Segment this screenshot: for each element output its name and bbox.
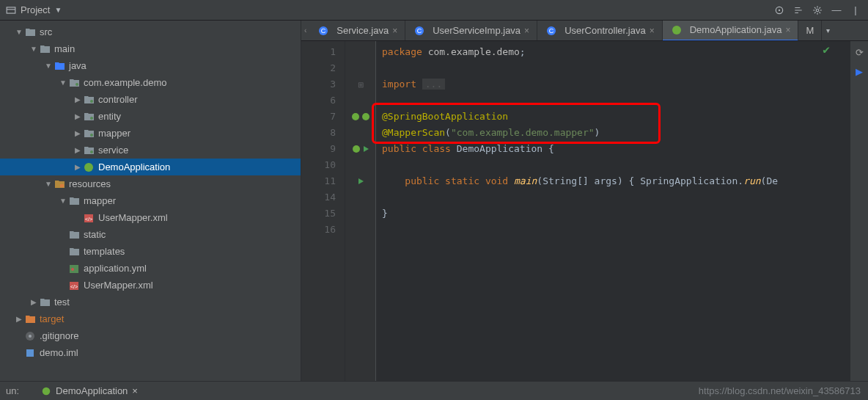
tree-label: resources	[69, 178, 111, 189]
editor-right-bar: ⟳ ▶	[850, 41, 868, 381]
code-editor[interactable]: ✔ package com.example.demo; import ... @…	[376, 41, 850, 381]
expand-arrow-icon[interactable]	[15, 28, 23, 36]
tab-demoapplication-java[interactable]: DemoApplication.java×	[663, 21, 799, 41]
tree-label: controller	[98, 94, 137, 105]
package-path: com.example.demo	[428, 46, 520, 57]
svg-rect-14	[70, 265, 78, 273]
tree-node-java[interactable]: java	[0, 57, 301, 74]
tree-label: static	[84, 229, 106, 240]
project-title-label: Project	[21, 4, 50, 15]
tab-service-java[interactable]: CService.java×	[309, 21, 405, 41]
svg-text:C: C	[321, 27, 326, 34]
close-icon[interactable]: ×	[785, 25, 790, 35]
tree-label: templates	[84, 246, 125, 257]
check-icon: ✔	[823, 43, 830, 57]
tree-label: service	[98, 145, 128, 156]
close-icon[interactable]: ×	[392, 26, 397, 36]
tree-node-templates[interactable]: templates	[0, 243, 301, 260]
svg-point-5	[76, 83, 78, 86]
folder-gray-icon	[38, 297, 51, 308]
method-call: run	[743, 175, 760, 186]
tree-node-resources[interactable]: resources	[0, 175, 301, 192]
expand-arrow-icon[interactable]	[59, 79, 67, 87]
project-icon	[6, 5, 16, 15]
tree-node-usermapper-xml[interactable]: </>UserMapper.xml	[0, 277, 301, 294]
tab-usercontroller-java[interactable]: CUserController.java×	[537, 21, 663, 41]
expand-arrow-icon[interactable]	[29, 298, 38, 306]
keyword: import	[382, 79, 422, 90]
expand-arrow-icon[interactable]	[44, 62, 53, 70]
line-number: 11	[301, 173, 345, 189]
expand-arrow-icon[interactable]	[73, 163, 82, 171]
tree-node-usermapper-xml[interactable]: </>UserMapper.xml	[0, 209, 301, 226]
svg-point-27	[672, 26, 681, 34]
tree-node-src[interactable]: src	[0, 23, 301, 40]
close-icon[interactable]: ×	[650, 26, 655, 36]
sort-icon[interactable]	[792, 4, 805, 17]
expand-arrow-icon[interactable]	[73, 95, 82, 103]
tree-node-mapper[interactable]: mapper	[0, 125, 301, 142]
tree-node-application-yml[interactable]: application.yml	[0, 260, 301, 277]
line-number: 15	[301, 206, 345, 222]
tree-label: UserMapper.xml	[84, 280, 153, 291]
tree-node-mapper[interactable]: mapper	[0, 192, 301, 209]
expand-arrow-icon[interactable]	[29, 45, 38, 53]
tree-node-demo-iml[interactable]: demo.iml	[0, 344, 301, 361]
tree-node-controller[interactable]: controller	[0, 91, 301, 108]
tree-node-com-example-demo[interactable]: com.example.demo	[0, 74, 301, 91]
tree-node-service[interactable]: service	[0, 142, 301, 159]
watermark-text: https://blog.csdn.net/weixin_43586713	[699, 385, 861, 396]
line-number: 6	[301, 92, 345, 109]
svg-point-29	[362, 113, 369, 120]
tree-label: mapper	[84, 195, 116, 206]
xml-icon: </>	[82, 212, 95, 224]
run-tab-label: DemoApplication	[56, 385, 128, 396]
tree-node--gitignore[interactable]: .gitignore	[0, 327, 301, 344]
close-icon[interactable]: ×	[132, 385, 138, 396]
tree-label: main	[54, 43, 75, 54]
dropdown-triangle-icon: ▼	[54, 6, 62, 14]
tab-label: DemoApplication.java	[690, 24, 782, 35]
expand-arrow-icon[interactable]	[73, 112, 82, 120]
refresh-icon[interactable]: ⟳	[853, 46, 866, 59]
svg-point-6	[90, 100, 93, 103]
project-tree-panel: srcmainjavacom.example.democontrollerent…	[0, 21, 301, 381]
folded-imports[interactable]: ...	[422, 79, 445, 90]
folder-orange-icon	[23, 313, 37, 325]
tab-overflow-icon[interactable]: ‹	[301, 26, 309, 34]
tree-node-test[interactable]: test	[0, 294, 301, 310]
java-icon: C	[317, 25, 330, 37]
expand-arrow-icon[interactable]	[44, 180, 53, 188]
expand-arrow-icon[interactable]	[73, 146, 82, 154]
project-tree[interactable]: srcmainjavacom.example.democontrollerent…	[0, 21, 301, 364]
gutter-run-icon[interactable]	[345, 173, 375, 189]
status-bar: un: DemoApplication × https://blog.csdn.…	[0, 381, 868, 400]
tab-userserviceimp-java[interactable]: CUserServiceImp.java×	[405, 21, 537, 41]
expand-arrow-icon[interactable]	[15, 315, 23, 323]
settings-gear-icon[interactable]	[811, 4, 824, 17]
tree-node-static[interactable]: static	[0, 226, 301, 243]
line-number: 9	[301, 141, 345, 157]
project-title-dropdown[interactable]: Project ▼	[6, 4, 62, 15]
tree-node-demoapplication[interactable]: DemoApplication	[0, 159, 301, 175]
expand-arrow-icon[interactable]	[59, 197, 67, 205]
target-icon[interactable]	[773, 4, 786, 17]
bean-leaf-icon	[352, 145, 361, 153]
svg-point-30	[353, 145, 360, 153]
folder-blue-icon	[53, 60, 66, 72]
tab-dropdown-icon[interactable]: ▾	[822, 26, 834, 34]
tree-node-entity[interactable]: entity	[0, 108, 301, 125]
gutter-fold-icon[interactable]: ⊞	[345, 76, 375, 92]
collapse-icon[interactable]: —	[830, 4, 843, 17]
expand-arrow-icon[interactable]	[73, 129, 82, 137]
tree-node-target[interactable]: target	[0, 310, 301, 327]
play-icon[interactable]: ▶	[853, 65, 866, 78]
run-tab[interactable]: DemoApplication ×	[41, 385, 138, 396]
package-icon	[67, 77, 81, 89]
tree-label: mapper	[98, 128, 130, 139]
tree-node-main[interactable]: main	[0, 40, 301, 57]
tab-m[interactable]: M	[798, 21, 822, 41]
close-icon[interactable]: ×	[524, 26, 529, 36]
keyword: public static void	[405, 175, 514, 186]
tree-label: .gitignore	[40, 330, 78, 341]
